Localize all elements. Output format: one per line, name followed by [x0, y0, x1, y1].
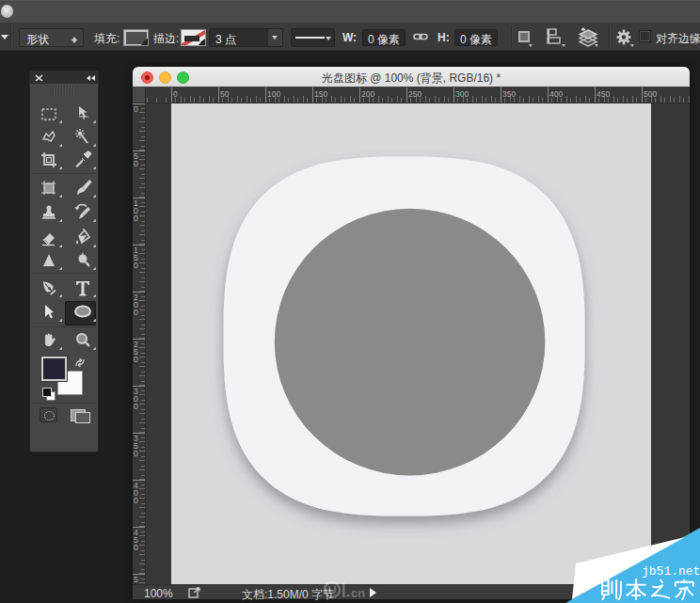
svg-text:jb51.net: jb51.net — [642, 564, 700, 579]
svg-text:cn: cn — [351, 586, 365, 600]
